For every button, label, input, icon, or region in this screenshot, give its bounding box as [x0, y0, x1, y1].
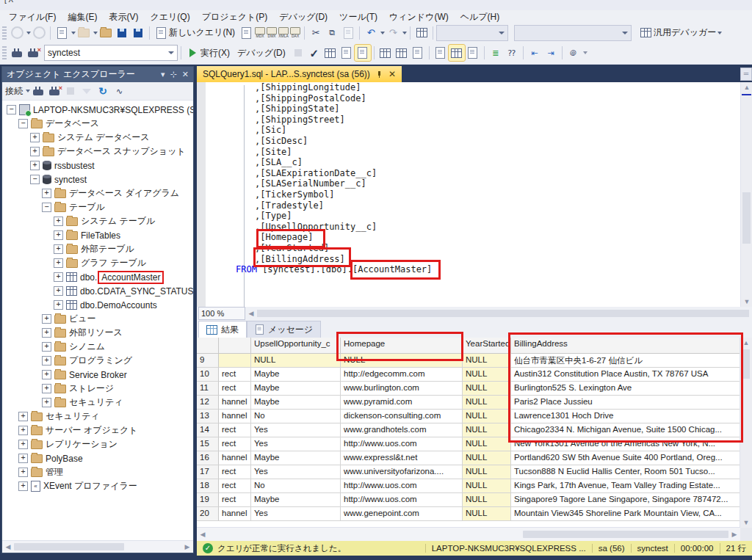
- filter-icon[interactable]: [79, 83, 95, 99]
- include-actual-plan-button[interactable]: [377, 45, 394, 61]
- tree-item-9[interactable]: +FileTables: [2, 228, 193, 242]
- results-to-grid-button[interactable]: [449, 45, 465, 61]
- tree-item-17[interactable]: +シノニム: [2, 340, 193, 354]
- grid-row-header[interactable]: 15: [197, 437, 219, 451]
- grid-row-header[interactable]: 19: [197, 493, 219, 507]
- toolbar-grip-2[interactable]: [2, 46, 7, 59]
- toolbar-combo-2[interactable]: [514, 25, 632, 41]
- menu-item-1[interactable]: 編集(E): [62, 10, 103, 24]
- intellisense-toggle-button[interactable]: [355, 45, 371, 61]
- oe-disconnect-icon[interactable]: [46, 83, 62, 99]
- grid-cell[interactable]: Yes: [251, 507, 341, 521]
- cancel-query-button[interactable]: [290, 45, 306, 61]
- scroll-right-icon[interactable]: ▶: [728, 531, 740, 538]
- tree-item-8[interactable]: +システム テーブル: [2, 214, 193, 228]
- grid-cell[interactable]: rect: [219, 382, 251, 396]
- tab-close-icon[interactable]: ✕: [388, 70, 396, 79]
- tree-expander-icon[interactable]: +: [42, 342, 51, 352]
- save-all-button[interactable]: [130, 25, 146, 41]
- menu-item-2[interactable]: 表示(V): [103, 10, 144, 24]
- grid-column-header-UpsellOpportunity_c[interactable]: UpsellOpportunity_c: [251, 338, 341, 354]
- grid-cell[interactable]: 仙台市青葉区中央1-6-27 仙信ビル: [511, 354, 740, 368]
- analysis-cube-icon-xmla[interactable]: XMLA: [278, 27, 289, 38]
- grid-cell[interactable]: NULL: [463, 368, 511, 382]
- grid-column-header-blank1[interactable]: [219, 338, 251, 354]
- uncomment-button[interactable]: ⁇: [504, 45, 520, 61]
- new-query-icon[interactable]: [153, 25, 169, 41]
- tree-expander-icon[interactable]: +: [18, 481, 28, 491]
- results-to-text-button[interactable]: [433, 45, 449, 61]
- generic-debugger-button[interactable]: 汎用デバッガー: [654, 26, 716, 39]
- object-explorer-hscrollbar[interactable]: ◀ ▶: [2, 540, 193, 553]
- database-combo[interactable]: synctest: [44, 45, 178, 61]
- grid-column-header-BillingAddress[interactable]: BillingAddress: [511, 338, 740, 354]
- grid-cell[interactable]: dickenson-consulting.com: [341, 410, 463, 423]
- tree-item-25[interactable]: +PolyBase: [2, 451, 193, 465]
- grid-column-header-Homepage[interactable]: Homepage: [341, 338, 463, 354]
- grid-cell[interactable]: http://edgecomm.com: [341, 368, 463, 382]
- navigate-forward-button[interactable]: [31, 25, 47, 41]
- grid-cell[interactable]: http://www.uos.com: [341, 437, 463, 451]
- tree-item-16[interactable]: +外部リソース: [2, 326, 193, 340]
- grid-cell[interactable]: rect: [219, 479, 251, 493]
- grid-cell[interactable]: Maybe: [251, 451, 341, 465]
- display-estimated-plan-button[interactable]: [322, 45, 339, 61]
- grid-cell[interactable]: rect: [219, 465, 251, 479]
- grid-cell[interactable]: Tucson888 N Euclid Hallis Center, Room 5…: [511, 465, 740, 479]
- tree-item-accountmaster[interactable]: +dbo.AccountMaster: [2, 270, 193, 284]
- undo-button[interactable]: ↶: [363, 25, 379, 41]
- paste-button[interactable]: [340, 25, 356, 41]
- tree-item-13[interactable]: +dbo.CDATA_SYNC_STATUS: [2, 284, 193, 298]
- grid-cell[interactable]: Paris2 Place Jussieu: [511, 396, 740, 410]
- parse-button[interactable]: ✓: [306, 45, 322, 61]
- grid-cell[interactable]: http://www.uos.com: [341, 493, 463, 507]
- tree-item-0[interactable]: −LAPTOP-NKSMUC3R¥SQLEXPRESS (SQ: [2, 103, 193, 117]
- menu-item-0[interactable]: ファイル(F): [3, 10, 62, 24]
- scroll-thumb[interactable]: [742, 349, 750, 379]
- scroll-thumb[interactable]: [523, 531, 728, 538]
- tree-expander-icon[interactable]: +: [54, 300, 63, 310]
- tree-expander-icon[interactable]: +: [54, 217, 63, 226]
- tree-expander-icon[interactable]: +: [30, 161, 40, 170]
- grid-cell[interactable]: NULL: [463, 423, 511, 437]
- grid-cell[interactable]: NULL: [463, 410, 511, 423]
- debug-button[interactable]: デバッグ(D): [237, 47, 286, 59]
- tree-expander-icon[interactable]: +: [54, 230, 63, 240]
- grid-cell[interactable]: Kings Park, 17th Avenue, Team Valley Tra…: [511, 479, 740, 493]
- tree-expander-icon[interactable]: +: [42, 328, 51, 338]
- tree-expander-icon[interactable]: +: [18, 454, 28, 463]
- analysis-cube-icon-dmx[interactable]: DMX: [267, 27, 277, 38]
- grid-cell[interactable]: NULL: [463, 396, 511, 410]
- analysis-cube-icon-mdx[interactable]: MDX: [255, 27, 265, 38]
- grid-cell[interactable]: Mountain View345 Shoreline Park Mountain…: [511, 507, 740, 521]
- editor-hscroll-thumb[interactable]: [257, 310, 749, 317]
- grid-cell[interactable]: NULL: [463, 479, 511, 493]
- scroll-thumb[interactable]: [14, 543, 124, 550]
- grid-row-header[interactable]: 12: [197, 396, 219, 410]
- comment-button[interactable]: ≣: [488, 45, 504, 61]
- tab-messages[interactable]: メッセージ: [247, 321, 321, 338]
- save-button[interactable]: [114, 25, 130, 41]
- tree-item-4[interactable]: +rssbustest: [2, 159, 193, 172]
- editor-text[interactable]: ,[ShippingLongitude],[ShippingPostalCode…: [212, 82, 740, 275]
- tree-expander-icon[interactable]: +: [42, 384, 51, 393]
- editor-vscrollbar[interactable]: ▲ ▼: [740, 82, 752, 307]
- tree-item-7[interactable]: −テーブル: [2, 200, 193, 214]
- connect-button[interactable]: 接続: [5, 85, 23, 98]
- tree-expander-icon[interactable]: +: [54, 244, 63, 254]
- tree-expander-icon[interactable]: +: [18, 426, 28, 435]
- tree-expander-icon[interactable]: +: [18, 440, 28, 449]
- menu-item-3[interactable]: クエリ(Q): [144, 10, 195, 24]
- tree-item-27[interactable]: +«XEvent プロファイラー: [2, 479, 193, 493]
- decrease-indent-button[interactable]: ⇤: [527, 45, 543, 61]
- execute-button[interactable]: 実行(X): [200, 47, 230, 59]
- tree-item-22[interactable]: +セキュリティ: [2, 410, 193, 423]
- tree-item-26[interactable]: +管理: [2, 465, 193, 479]
- tree-expander-icon[interactable]: +: [54, 272, 63, 282]
- scroll-left-icon[interactable]: ◀: [197, 531, 209, 538]
- new-query-button[interactable]: 新しいクエリ(N): [169, 26, 235, 39]
- editor-zoom-combo[interactable]: 100 %: [198, 307, 245, 320]
- document-tab-sqlquery1[interactable]: SQLQuery1.sql - LAP...S.synctest (sa (56…: [197, 66, 402, 82]
- scroll-thumb[interactable]: [742, 192, 751, 244]
- tree-item-10[interactable]: +外部テーブル: [2, 242, 193, 256]
